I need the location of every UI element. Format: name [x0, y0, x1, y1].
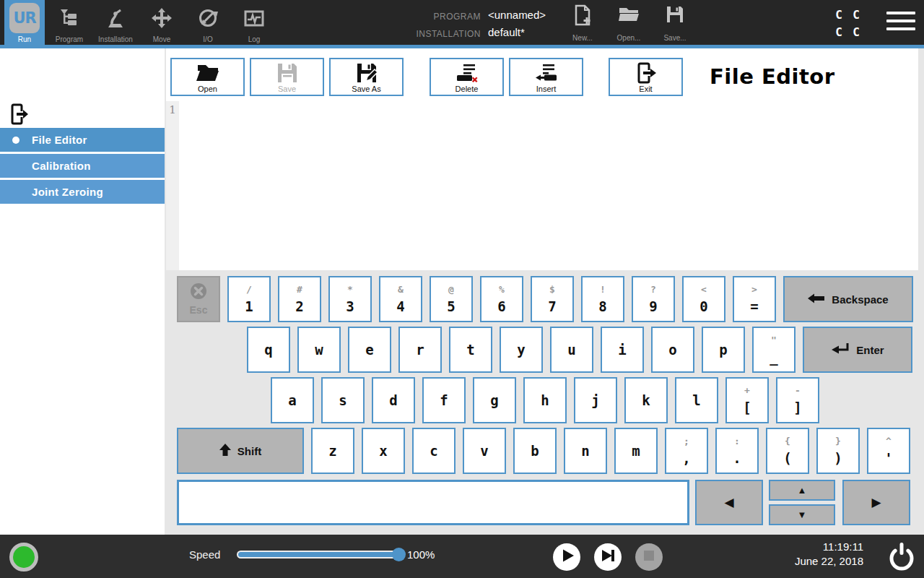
key-9[interactable]: ?9 — [632, 276, 675, 322]
cursor-down-key[interactable]: ▼ — [769, 504, 835, 525]
key-main-char: j — [591, 393, 599, 407]
key-l[interactable]: l — [675, 377, 718, 423]
program-icon — [58, 0, 80, 35]
cursor-left-key[interactable]: ◀ — [695, 480, 763, 525]
key-z[interactable]: z — [311, 428, 354, 474]
cursor-up-key[interactable]: ▲ — [769, 480, 835, 501]
cursor-right-key[interactable]: ▶ — [842, 480, 910, 525]
key-bracket-open[interactable]: +[ — [725, 377, 769, 423]
speed-slider[interactable] — [237, 551, 403, 558]
key-3[interactable]: *3 — [328, 276, 372, 322]
save-button[interactable]: Save — [250, 58, 324, 96]
tab-move[interactable]: Move — [139, 0, 185, 45]
keyboard-text-input[interactable] — [177, 480, 689, 525]
key-shift-char: ? — [650, 285, 656, 294]
key-equals[interactable]: >= — [733, 276, 776, 322]
sidebar: File Editor Calibration Joint Zeroing — [0, 48, 165, 535]
new-program-label: New... — [572, 34, 593, 42]
sidebar-item-file-editor[interactable]: File Editor — [0, 128, 165, 152]
key-0[interactable]: <0 — [682, 276, 725, 322]
key-w[interactable]: w — [297, 327, 341, 373]
key-b[interactable]: b — [513, 428, 557, 474]
hamburger-menu-icon[interactable] — [886, 12, 915, 35]
key-comma[interactable]: ;, — [665, 428, 708, 474]
installation-label: INSTALLATION — [390, 25, 481, 42]
open-program-button[interactable]: Open... — [608, 4, 650, 42]
key-apostrophe[interactable]: ^' — [867, 428, 910, 474]
key-s[interactable]: s — [321, 377, 365, 423]
key-shift-char: @ — [448, 285, 454, 294]
save-as-button[interactable]: Save As — [329, 58, 404, 96]
open-button[interactable]: Open — [170, 58, 245, 96]
key-main-char: a — [288, 393, 296, 407]
key-e[interactable]: e — [348, 327, 391, 373]
key-main-char: 1 — [245, 299, 253, 314]
key-main-char: y — [517, 342, 525, 357]
key-v[interactable]: v — [463, 428, 506, 474]
key-t[interactable]: t — [449, 327, 492, 373]
key-u[interactable]: u — [550, 327, 593, 373]
robot-status-light[interactable] — [9, 543, 38, 571]
key-5[interactable]: @5 — [430, 276, 473, 322]
step-button[interactable] — [594, 543, 622, 571]
key-g[interactable]: g — [473, 377, 516, 423]
tab-io[interactable]: I/O — [185, 0, 231, 45]
key-y[interactable]: y — [500, 327, 543, 373]
key-shift-char: ; — [684, 436, 689, 446]
tab-run[interactable]: UR Run — [4, 0, 45, 45]
key-j[interactable]: j — [574, 377, 617, 423]
key-8[interactable]: !8 — [581, 276, 624, 322]
key-4[interactable]: &4 — [379, 276, 422, 322]
key-p[interactable]: p — [702, 327, 745, 373]
key-h[interactable]: h — [523, 377, 567, 423]
key-main-char: , — [682, 451, 690, 465]
key-2[interactable]: #2 — [278, 276, 321, 322]
key-1[interactable]: /1 — [227, 276, 271, 322]
delete-button-label: Delete — [456, 85, 479, 93]
shift-key[interactable]: Shift — [177, 428, 304, 474]
save-button-label: Save — [278, 85, 296, 93]
key-f[interactable]: f — [422, 377, 466, 423]
play-button[interactable] — [553, 543, 580, 571]
time-text: 11:19:11 — [736, 540, 863, 554]
key-c[interactable]: c — [412, 428, 456, 474]
key-i[interactable]: i — [601, 327, 644, 373]
power-button[interactable] — [886, 541, 918, 573]
key-period[interactable]: :. — [715, 428, 759, 474]
sidebar-item-calibration[interactable]: Calibration — [0, 154, 165, 178]
key-k[interactable]: k — [624, 377, 668, 423]
speed-slider-thumb[interactable] — [392, 548, 406, 561]
keyboard-row-4: Shift zxcvbnm;,:.{(})^' — [177, 428, 910, 474]
key-underscore[interactable]: "_ — [752, 327, 796, 373]
exit-button[interactable]: Exit — [609, 58, 683, 96]
key-n[interactable]: n — [564, 428, 607, 474]
key-main-char: p — [719, 342, 727, 357]
new-program-button[interactable]: New... — [562, 4, 603, 42]
key-m[interactable]: m — [614, 428, 658, 474]
key-bracket-close[interactable]: -] — [776, 377, 819, 423]
stop-button[interactable] — [635, 543, 663, 571]
backspace-key[interactable]: Backspace — [783, 276, 913, 322]
editor-text-area[interactable] — [179, 101, 918, 270]
key-r[interactable]: r — [398, 327, 442, 373]
key-main-char: 5 — [447, 299, 455, 314]
key-q[interactable]: q — [247, 327, 290, 373]
enter-key[interactable]: Enter — [803, 327, 912, 373]
backspace-arrow-icon — [808, 293, 825, 306]
sidebar-item-joint-zeroing[interactable]: Joint Zeroing — [0, 180, 165, 204]
key-7[interactable]: $7 — [531, 276, 574, 322]
esc-key[interactable]: Esc — [177, 276, 220, 322]
key-paren-close[interactable]: }) — [816, 428, 860, 474]
key-6[interactable]: %6 — [480, 276, 523, 322]
key-o[interactable]: o — [651, 327, 694, 373]
tab-program[interactable]: Program — [46, 0, 92, 45]
tab-log[interactable]: Log — [231, 0, 277, 45]
key-d[interactable]: d — [372, 377, 415, 423]
insert-button[interactable]: Insert — [509, 58, 583, 96]
key-paren-open[interactable]: {( — [766, 428, 809, 474]
tab-installation[interactable]: Installation — [92, 0, 139, 45]
save-program-button[interactable]: Save... — [654, 4, 696, 42]
key-a[interactable]: a — [271, 377, 314, 423]
delete-button[interactable]: Delete — [430, 58, 504, 96]
key-x[interactable]: x — [362, 428, 405, 474]
